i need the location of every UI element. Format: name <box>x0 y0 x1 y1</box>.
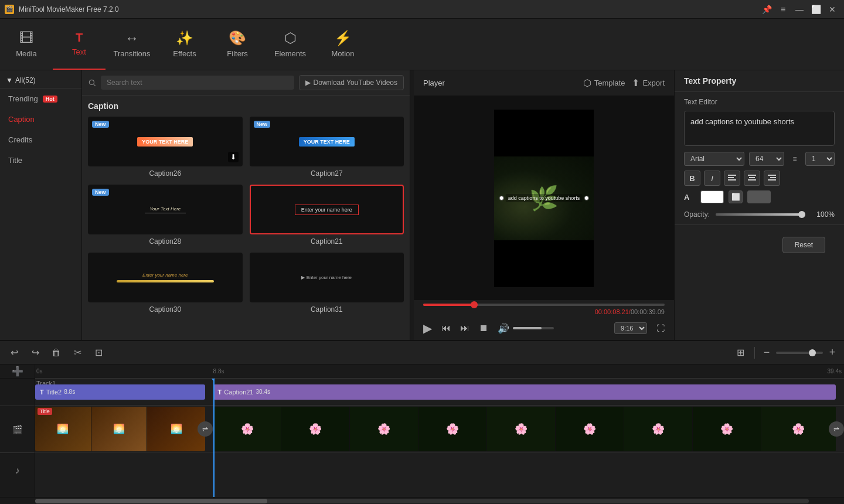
next-button[interactable]: ⏭ <box>460 323 469 333</box>
clip-title2[interactable]: T Title2 8.8s <box>35 384 205 400</box>
add-clip-icon[interactable]: ➕ <box>12 366 23 377</box>
volume-button[interactable]: 🔊 <box>498 323 509 334</box>
export-icon: ⬆ <box>632 77 639 88</box>
align-left-button[interactable] <box>724 171 740 186</box>
add-track-button[interactable]: ⊞ <box>732 345 748 361</box>
text-color-row: A ⬜ <box>684 190 835 203</box>
zoom-plus-button[interactable]: + <box>826 347 838 359</box>
size-select[interactable]: 64 <box>749 152 784 166</box>
caption-content-scroll[interactable]: Caption New YOUR TEXT HERE ⬇ Caption26 <box>82 96 410 340</box>
download-icon[interactable]: ⬇ <box>228 152 239 162</box>
timeline-scroll[interactable] <box>0 497 844 504</box>
font-select[interactable]: Arial <box>684 152 744 166</box>
text-editor-box[interactable]: add captions to youtube shorts <box>684 111 835 146</box>
cat-trending[interactable]: Trending Hot <box>0 88 81 109</box>
caption-card-26[interactable]: New YOUR TEXT HERE ⬇ Caption26 <box>88 117 243 178</box>
bold-button[interactable]: B <box>684 171 700 186</box>
panel-collapse-handle[interactable]: › <box>674 193 675 217</box>
tab-media-label: Media <box>16 49 36 58</box>
pin-button[interactable]: 📌 <box>760 2 774 16</box>
svg-rect-7 <box>748 179 756 181</box>
caption-card-27[interactable]: New YOUR TEXT HERE Caption27 <box>250 117 404 178</box>
download-youtube-btn[interactable]: ▶ Download YouTube Videos <box>299 75 404 90</box>
tab-media[interactable]: 🎞 Media <box>0 19 53 70</box>
template-icon: ⬡ <box>583 77 591 88</box>
cat-credits[interactable]: Credits <box>0 130 81 150</box>
swap-right-icon[interactable]: ⇌ <box>829 421 844 437</box>
reset-button[interactable]: Reset <box>782 237 825 253</box>
scroll-thumb[interactable] <box>35 499 267 503</box>
caption30-thumb[interactable]: Enter your name here <box>88 253 243 302</box>
tab-transitions[interactable]: ↔ Transitions <box>106 19 158 70</box>
caption31-thumb[interactable]: ▶ Enter your name here <box>250 253 404 302</box>
title2-duration: 8.8s <box>64 389 75 395</box>
export-button[interactable]: ⬆ Export <box>632 77 665 88</box>
caption28-label: Caption28 <box>88 237 243 246</box>
caption-card-28[interactable]: New Your Text Here Caption28 <box>88 185 243 246</box>
text-color-swatch[interactable] <box>700 190 724 203</box>
scroll-track[interactable] <box>35 499 809 503</box>
undo-button[interactable]: ↩ <box>6 345 22 361</box>
caption27-thumb[interactable]: New YOUR TEXT HERE <box>250 117 404 166</box>
text-editor-label: Text Editor <box>684 98 835 106</box>
zoom-slider[interactable] <box>776 352 823 354</box>
audio-track-row <box>35 452 844 488</box>
caption21-thumb[interactable]: Enter your name here <box>250 185 404 234</box>
minimize-button[interactable]: — <box>792 2 806 16</box>
swap-icon: ⇌ <box>202 425 208 433</box>
delete-button[interactable]: 🗑 <box>48 345 64 361</box>
zoom-minus-button[interactable]: − <box>761 347 772 359</box>
cat-caption[interactable]: Caption <box>0 109 81 130</box>
bg-color-swatch[interactable] <box>747 190 771 203</box>
time-mark-88: 8.8s <box>213 368 224 374</box>
stop-button[interactable]: ⏹ <box>479 323 488 333</box>
line-spacing-select[interactable]: 1 <box>805 152 835 166</box>
crop-button[interactable]: ⊡ <box>90 345 107 361</box>
align-center-button[interactable] <box>744 171 760 186</box>
progress-thumb[interactable] <box>471 301 478 308</box>
cut-button[interactable]: ✂ <box>69 345 86 361</box>
opacity-thumb[interactable] <box>798 211 805 218</box>
caption-card-30[interactable]: Enter your name here Caption30 <box>88 253 243 314</box>
search-input[interactable] <box>101 76 294 90</box>
aspect-ratio-select[interactable]: 9:16 16:9 1:1 <box>614 322 647 334</box>
opacity-slider[interactable] <box>716 213 805 216</box>
text-overlay[interactable]: add captions to youtube shorts <box>499 194 589 202</box>
tab-text[interactable]: T Text <box>53 19 106 70</box>
video-mid-flowers: 🌿 add captions to youtube shorts <box>494 156 594 240</box>
close-button[interactable]: ✕ <box>825 2 839 16</box>
progress-bar[interactable] <box>423 304 665 306</box>
caption28-thumb[interactable]: New Your Text Here <box>88 185 243 234</box>
italic-button[interactable]: I <box>704 171 720 186</box>
volume-slider[interactable] <box>513 327 554 329</box>
bg-toggle[interactable]: ⬜ <box>729 190 743 203</box>
fullscreen-button[interactable]: ⛶ <box>656 323 665 333</box>
caption26-inner: YOUR TEXT HERE <box>137 137 193 147</box>
category-sidebar: ▼ All(52) Trending Hot Caption Credits T… <box>0 70 82 340</box>
tab-effects[interactable]: ✨ Effects <box>158 19 211 70</box>
handle-right[interactable] <box>584 196 588 200</box>
swap-left-icon[interactable]: ⇌ <box>198 421 213 437</box>
caption-card-21[interactable]: Enter your name here Caption21 <box>250 185 404 246</box>
play-button[interactable]: ▶ <box>423 321 432 335</box>
align-right-button[interactable] <box>764 171 780 186</box>
menu-button[interactable]: ≡ <box>776 2 790 16</box>
right-panel: › Text Property Text Editor add captions… <box>674 70 844 340</box>
clip-caption21[interactable]: T Caption21 30.4s <box>213 384 836 400</box>
zoom-thumb[interactable] <box>809 349 816 356</box>
video-clip-left[interactable]: 🌅 🌅 🌅 <box>35 407 205 451</box>
caption26-thumb[interactable]: New YOUR TEXT HERE ⬇ <box>88 117 243 166</box>
maximize-button[interactable]: ⬜ <box>809 2 823 16</box>
tab-elements[interactable]: ⬡ Elements <box>264 19 316 70</box>
video-clip-right[interactable]: 🌸 🌸 🌸 🌸 🌸 🌸 🌸 🌸 🌸 <box>213 407 836 451</box>
tab-motion[interactable]: ⚡ Motion <box>316 19 369 70</box>
cat-title[interactable]: Title <box>0 150 81 171</box>
all-categories-header[interactable]: ▼ All(52) <box>0 70 81 88</box>
caption-card-31[interactable]: ▶ Enter your name here Caption31 <box>250 253 404 314</box>
tab-filters[interactable]: 🎨 Filters <box>211 19 264 70</box>
template-button[interactable]: ⬡ Template <box>583 77 625 88</box>
text-icon: T <box>76 31 83 45</box>
redo-button[interactable]: ↪ <box>27 345 43 361</box>
handle-left[interactable] <box>499 196 504 200</box>
prev-button[interactable]: ⏮ <box>441 323 451 333</box>
